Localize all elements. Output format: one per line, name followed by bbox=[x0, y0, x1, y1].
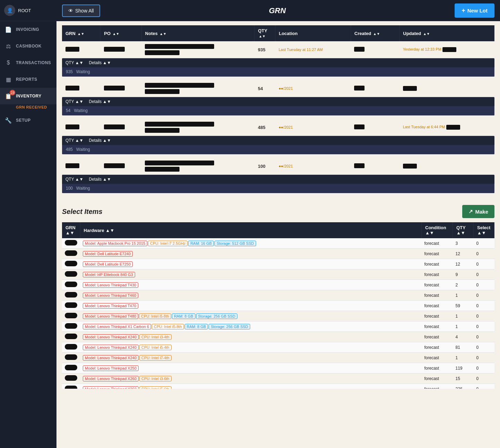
page-title: GRN bbox=[269, 6, 286, 15]
hardware-tag: Model: Lenovo Thinkpad T430 bbox=[83, 282, 138, 288]
table-row[interactable]: Model: Lenovo Thinkpad X240CPU: Intel i3… bbox=[62, 332, 494, 342]
col-notes[interactable]: Notes ▲▼ bbox=[141, 25, 254, 41]
col-qty[interactable]: QTY ▲▼ bbox=[254, 25, 275, 41]
details-detail-col[interactable]: Details ▲▼ bbox=[89, 138, 111, 143]
qty-cell: 12 bbox=[453, 249, 474, 259]
select-cell[interactable]: 0 bbox=[474, 353, 494, 363]
qty-detail-col[interactable]: QTY ▲▼ bbox=[65, 99, 84, 104]
table-row[interactable]: Model: Lenovo Thinkpad T430 forecast 2 0 bbox=[62, 280, 494, 290]
grn-detail-row: QTY ▲▼ Details ▲▼ 485 Waiting bbox=[62, 136, 494, 158]
sidebar-item-cashbook[interactable]: ⚖ CASHBOOK bbox=[0, 38, 56, 54]
table-row[interactable]: Model: Lenovo Thinkpad X240CPU: Intel i5… bbox=[62, 342, 494, 353]
qty-detail-col[interactable]: QTY ▲▼ bbox=[65, 177, 84, 182]
created-cell bbox=[351, 158, 399, 175]
sidebar-item-inventory[interactable]: 📋 19 INVENTORY bbox=[0, 88, 56, 104]
hardware-tag: CPU: Intel i5-6th bbox=[139, 386, 172, 389]
col-condition[interactable]: Condition ▲▼ bbox=[422, 222, 453, 238]
table-row[interactable]: Model: Apple Macbook Pro 15 2015CPU: Int… bbox=[62, 238, 494, 249]
hardware-tag: Model: Lenovo Thinkpad X240 bbox=[83, 345, 139, 350]
table-row[interactable]: Model: Lenovo Thinkpad T470 forecast 59 … bbox=[62, 301, 494, 311]
col-grn[interactable]: GRN ▲▼ bbox=[62, 25, 100, 41]
select-cell[interactable]: 0 bbox=[474, 290, 494, 301]
grn-row[interactable]: 485 ●●/2021 Last Tuesday at 6:44 PM bbox=[62, 119, 494, 136]
select-cell[interactable]: 0 bbox=[474, 332, 494, 342]
condition-cell: forecast bbox=[422, 384, 453, 389]
select-cell[interactable]: 0 bbox=[474, 280, 494, 290]
show-all-button[interactable]: 👁 Show All bbox=[62, 5, 100, 17]
items-table-wrap[interactable]: GRN ▲▼ Hardware ▲▼ Condition ▲▼ QTY ▲▼ S… bbox=[62, 222, 494, 389]
grn-row[interactable]: 935 Last Tuesday at 11:27 AM Yesterday a… bbox=[62, 41, 494, 58]
select-cell[interactable]: 0 bbox=[474, 384, 494, 389]
col-po[interactable]: PO ▲▼ bbox=[100, 25, 142, 41]
sidebar-item-reports[interactable]: ▦ REPORTS bbox=[0, 71, 56, 88]
hardware-tag: CPU: Intel i5-4th bbox=[139, 345, 172, 350]
select-cell[interactable]: 0 bbox=[474, 311, 494, 321]
table-row[interactable]: Model: Dell Latitude E7250 forecast 12 0 bbox=[62, 259, 494, 269]
qty-detail-col[interactable]: QTY ▲▼ bbox=[65, 138, 84, 143]
sidebar-item-transactions[interactable]: $ TRANSACTIONS bbox=[0, 54, 56, 71]
grn-cell bbox=[62, 332, 80, 342]
table-row[interactable]: Model: Lenovo Thinkpad X240CPU: Intel i7… bbox=[62, 353, 494, 363]
qty-cell: 3 bbox=[453, 238, 474, 249]
new-lot-label: New Lot bbox=[467, 8, 488, 14]
table-row[interactable]: Model: Lenovo Thinkpad X260CPU: Intel i5… bbox=[62, 384, 494, 389]
grn-cell bbox=[62, 119, 100, 136]
col-qty-items[interactable]: QTY ▲▼ bbox=[453, 222, 474, 238]
sidebar-item-setup[interactable]: 🔧 SETUP bbox=[0, 112, 56, 129]
select-cell[interactable]: 0 bbox=[474, 363, 494, 373]
detail-body: 54 Waiting bbox=[62, 106, 494, 115]
condition-cell: forecast bbox=[422, 249, 453, 259]
select-cell[interactable]: 0 bbox=[474, 249, 494, 259]
sort-icon-notes: ▲▼ bbox=[160, 32, 167, 36]
table-row[interactable]: Model: Lenovo Thinkpad T480CPU: Intel i5… bbox=[62, 311, 494, 321]
select-cell[interactable]: 0 bbox=[474, 321, 494, 332]
make-button[interactable]: ↗ Make bbox=[462, 205, 494, 218]
col-hardware[interactable]: Hardware ▲▼ bbox=[80, 222, 422, 238]
qty-cell: 4 bbox=[453, 332, 474, 342]
grn-row[interactable]: 100 ●●/2021 bbox=[62, 158, 494, 175]
table-row[interactable]: Model: Lenovo Thinkpad X260CPU: Intel i3… bbox=[62, 373, 494, 384]
table-row[interactable]: Model: Lenovo Thinkpad X1 Carbon 6CPU: I… bbox=[62, 321, 494, 332]
detail-body: 935 Waiting bbox=[62, 67, 494, 77]
details-detail-col[interactable]: Details ▲▼ bbox=[89, 60, 111, 65]
col-location[interactable]: Location bbox=[275, 25, 351, 41]
detail-header: QTY ▲▼ Details ▲▼ bbox=[62, 175, 494, 184]
qty-cell: 15 bbox=[453, 373, 474, 384]
select-cell[interactable]: 0 bbox=[474, 259, 494, 269]
sidebar-item-invoicing[interactable]: 📄 INVOICING bbox=[0, 21, 56, 38]
table-row[interactable]: Model: Dell Latitude E7240 forecast 12 0 bbox=[62, 249, 494, 259]
col-created[interactable]: Created ▲▼ bbox=[351, 25, 399, 41]
hardware-tag: RAM: 8 GB bbox=[172, 313, 195, 319]
grn-row[interactable]: 54 ●●/2021 bbox=[62, 80, 494, 97]
select-cell[interactable]: 0 bbox=[474, 238, 494, 249]
sort-hardware: ▲▼ bbox=[105, 228, 114, 233]
plus-icon: + bbox=[462, 7, 465, 14]
table-row[interactable]: Model: Lenovo Thinkpad X250 forecast 119… bbox=[62, 363, 494, 373]
hardware-tag: Model: HP Elitebook 840 G3 bbox=[83, 272, 135, 277]
select-cell[interactable]: 0 bbox=[474, 301, 494, 311]
qty-cell: 1 bbox=[453, 353, 474, 363]
transactions-icon: $ bbox=[4, 59, 12, 67]
condition-cell: forecast bbox=[422, 373, 453, 384]
select-cell[interactable]: 0 bbox=[474, 342, 494, 353]
updated-cell: Yesterday at 12:33 PM bbox=[400, 41, 494, 58]
select-cell[interactable]: 0 bbox=[474, 373, 494, 384]
hardware-tag: Model: Dell Latitude E7240 bbox=[83, 251, 133, 257]
grn-cell bbox=[62, 353, 80, 363]
table-row[interactable]: Model: HP Elitebook 840 G3 forecast 9 0 bbox=[62, 269, 494, 280]
new-lot-button[interactable]: + New Lot bbox=[455, 3, 494, 18]
details-detail-col[interactable]: Details ▲▼ bbox=[89, 99, 111, 104]
qty-detail-col[interactable]: QTY ▲▼ bbox=[65, 60, 84, 65]
col-updated[interactable]: Updated ▲▼ bbox=[400, 25, 494, 41]
col-grn-items[interactable]: GRN ▲▼ bbox=[62, 222, 80, 238]
grn-cell bbox=[62, 373, 80, 384]
detail-body: 485 Waiting bbox=[62, 145, 494, 154]
detail-header: QTY ▲▼ Details ▲▼ bbox=[62, 136, 494, 145]
grn-section: GRN ▲▼ PO ▲▼ Notes ▲▼ QTY ▲▼ Location Cr… bbox=[56, 21, 500, 201]
po-cell bbox=[100, 158, 142, 175]
details-detail-col[interactable]: Details ▲▼ bbox=[89, 177, 111, 182]
table-row[interactable]: Model: Lenovo Thinkpad T460 forecast 1 0 bbox=[62, 290, 494, 301]
select-cell[interactable]: 0 bbox=[474, 269, 494, 280]
sidebar-item-label: CASHBOOK bbox=[16, 44, 42, 49]
col-select[interactable]: Select ▲▼ bbox=[474, 222, 494, 238]
